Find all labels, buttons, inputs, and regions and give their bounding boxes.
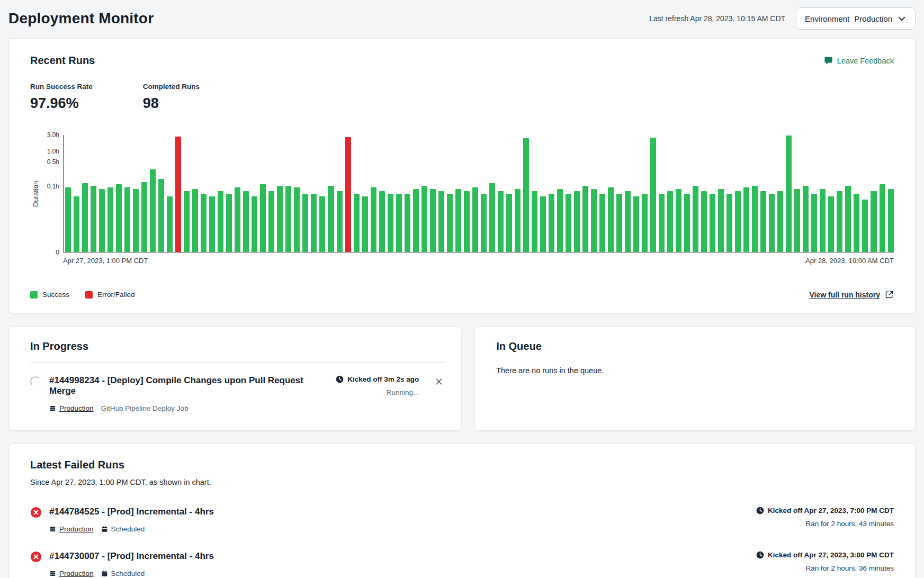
chart-bar-success[interactable]: [574, 191, 580, 252]
chart-bar-success[interactable]: [447, 194, 453, 252]
chart-bar-success[interactable]: [91, 186, 96, 252]
chart-bar-success[interactable]: [845, 186, 851, 252]
chart-bar-success[interactable]: [481, 194, 487, 252]
chart-bar-success[interactable]: [319, 196, 325, 252]
chart-bar-success[interactable]: [413, 189, 419, 252]
chart-bar-success[interactable]: [566, 194, 571, 252]
chart-bar-success[interactable]: [277, 186, 283, 252]
chart-bar-success[interactable]: [405, 194, 410, 252]
chart-bar-success[interactable]: [74, 196, 79, 252]
chart-bar-success[interactable]: [472, 187, 478, 252]
chart-bar-success[interactable]: [862, 200, 868, 252]
chart-bar-success[interactable]: [464, 191, 470, 252]
chart-bar-success[interactable]: [285, 186, 291, 252]
chart-bar-success[interactable]: [396, 194, 402, 252]
chart-bar-success[interactable]: [421, 186, 427, 252]
chart-bar-success[interactable]: [430, 189, 436, 252]
chart-bar-success[interactable]: [515, 189, 521, 252]
chart-bar-success[interactable]: [667, 191, 673, 252]
chart-bar-success[interactable]: [701, 191, 707, 252]
chart-bar-success[interactable]: [302, 194, 308, 252]
chart-bar-success[interactable]: [828, 196, 834, 252]
close-icon[interactable]: [433, 375, 445, 388]
chart-bar-failed[interactable]: [175, 137, 181, 252]
chart-bar-success[interactable]: [523, 138, 529, 252]
chart-bar-success[interactable]: [268, 191, 274, 252]
chart-bar-success[interactable]: [888, 189, 894, 252]
chart-bar-success[interactable]: [608, 187, 614, 252]
chart-bar-success[interactable]: [769, 194, 775, 252]
chart-bar-success[interactable]: [337, 191, 343, 252]
chart-bar-success[interactable]: [235, 187, 240, 252]
chart-bar-success[interactable]: [540, 196, 546, 252]
chart-bar-success[interactable]: [599, 194, 605, 252]
chart-bar-success[interactable]: [243, 191, 249, 252]
chart-bar-success[interactable]: [218, 191, 223, 252]
chart-bar-success[interactable]: [362, 196, 368, 252]
chart-bar-success[interactable]: [107, 187, 113, 252]
chart-bar-success[interactable]: [854, 194, 859, 252]
chart-bar-success[interactable]: [82, 183, 88, 252]
chart-bar-success[interactable]: [252, 196, 257, 252]
production-environment-link[interactable]: Production: [49, 525, 94, 533]
chart-bar-success[interactable]: [549, 194, 554, 252]
chart-bar-success[interactable]: [150, 169, 156, 252]
chart-bar-success[interactable]: [871, 191, 876, 252]
chart-bar-success[interactable]: [557, 189, 563, 252]
production-environment-link[interactable]: Production: [49, 570, 94, 577]
chart-bar-success[interactable]: [209, 196, 215, 252]
chart-bar-success[interactable]: [116, 184, 122, 252]
chart-bar-success[interactable]: [294, 187, 300, 252]
chart-bar-success[interactable]: [752, 186, 758, 252]
chart-bar-success[interactable]: [141, 182, 147, 252]
chart-bar-success[interactable]: [260, 184, 266, 252]
chart-bar-success[interactable]: [591, 189, 597, 252]
chart-bar-success[interactable]: [532, 191, 537, 252]
chart-bar-success[interactable]: [820, 189, 826, 252]
chart-bar-success[interactable]: [311, 194, 317, 252]
chart-bar-success[interactable]: [489, 183, 495, 252]
chart-bar-success[interactable]: [388, 194, 393, 252]
chart-bar-success[interactable]: [743, 187, 749, 252]
chart-bar-success[interactable]: [777, 191, 783, 252]
chart-bar-success[interactable]: [693, 186, 698, 252]
chart-bar-success[interactable]: [676, 189, 681, 252]
chart-bar-success[interactable]: [786, 136, 792, 252]
chart-bar-success[interactable]: [506, 194, 512, 252]
chart-bar-success[interactable]: [837, 191, 842, 252]
chart-bar-success[interactable]: [371, 187, 376, 252]
chart-bar-success[interactable]: [354, 194, 360, 252]
chart-bar-success[interactable]: [735, 191, 741, 252]
chart-bar-success[interactable]: [438, 191, 444, 252]
chart-bar-success[interactable]: [794, 189, 800, 252]
view-full-run-history-link[interactable]: View full run history: [809, 290, 894, 299]
chart-bar-success[interactable]: [726, 194, 732, 252]
chart-bar-success[interactable]: [625, 191, 631, 252]
chart-bar-success[interactable]: [158, 179, 164, 252]
chart-bar-success[interactable]: [65, 187, 71, 252]
chart-bar-success[interactable]: [760, 191, 766, 252]
chart-bar-success[interactable]: [710, 194, 715, 252]
chart-bar-success[interactable]: [201, 194, 207, 252]
chart-bar-success[interactable]: [633, 196, 639, 252]
environment-dropdown[interactable]: Environment Production: [796, 7, 916, 30]
chart-bar-success[interactable]: [659, 194, 665, 252]
chart-bar-success[interactable]: [99, 189, 105, 252]
chart-bar-success[interactable]: [650, 138, 656, 252]
chart-bar-success[interactable]: [880, 184, 885, 252]
chart-bar-success[interactable]: [616, 194, 622, 252]
chart-bar-success[interactable]: [498, 191, 504, 252]
chart-bar-success[interactable]: [192, 189, 198, 252]
chart-bar-success[interactable]: [455, 189, 461, 252]
chart-bar-success[interactable]: [328, 186, 334, 252]
chart-bar-success[interactable]: [811, 194, 817, 252]
chart-bar-success[interactable]: [803, 186, 809, 252]
chart-bar-success[interactable]: [718, 189, 724, 252]
leave-feedback-link[interactable]: Leave Feedback: [824, 56, 894, 65]
chart-bar-success[interactable]: [133, 189, 139, 252]
chart-bar-success[interactable]: [379, 191, 385, 252]
chart-bar-success[interactable]: [582, 186, 588, 252]
chart-bar-success[interactable]: [167, 196, 173, 252]
production-environment-link[interactable]: Production: [49, 404, 94, 412]
chart-bar-success[interactable]: [226, 194, 232, 252]
